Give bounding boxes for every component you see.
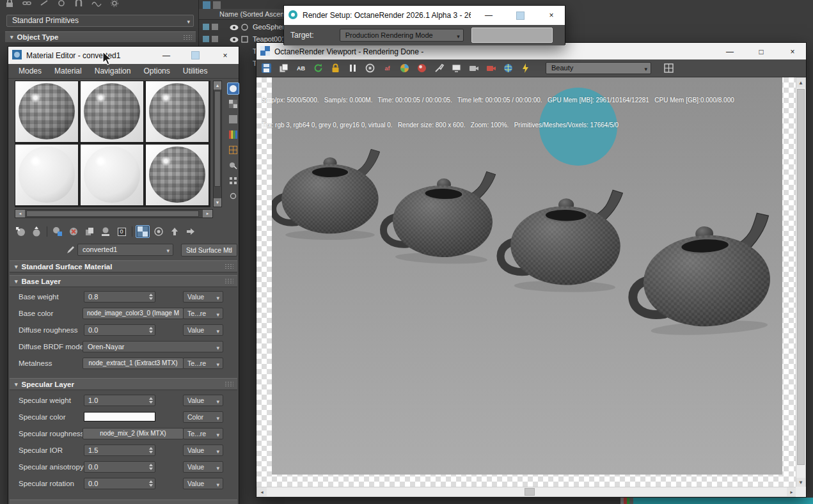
close-button[interactable]: × [779, 43, 806, 60]
magnet-snap-icon[interactable] [74, 0, 83, 9]
priority-icon[interactable] [399, 62, 411, 74]
network-render-icon[interactable] [502, 62, 514, 74]
scroll-left-button[interactable]: ◂ [257, 487, 267, 496]
base-color-texture-button[interactable]: node_image_color3_0 (Image M [83, 308, 184, 319]
clay-mode-icon[interactable] [416, 62, 428, 74]
lock-icon[interactable] [329, 62, 342, 74]
scroll-up-button[interactable]: ▲ [796, 78, 805, 88]
render-setup-titlebar[interactable]: Render Setup: OctaneRender 2026.1 Alpha … [284, 6, 565, 25]
specular-weight-field[interactable]: 1.0 [84, 395, 155, 406]
menu-utilities[interactable]: Utilities [183, 67, 208, 75]
specular-weight-mode-dropdown[interactable]: Value ▾ [183, 395, 223, 406]
diffuse-roughness-field[interactable]: 0.0 [84, 324, 155, 336]
scrollbar-thumb[interactable] [214, 91, 221, 187]
list-item[interactable]: GeoSphere [199, 21, 285, 33]
get-material-icon[interactable] [13, 225, 28, 238]
target-dropdown[interactable]: Production Rendering Mode ▾ [340, 29, 464, 42]
passes-grid-icon[interactable] [663, 62, 675, 74]
link-icon[interactable] [22, 0, 31, 9]
base-color-mode-dropdown[interactable]: Te...re ▾ [183, 308, 223, 319]
save-image-icon[interactable] [260, 62, 272, 74]
specular-ior-field[interactable]: 1.5 [84, 445, 155, 456]
scroll-down-button[interactable]: ▼ [214, 198, 221, 207]
material-slot[interactable] [145, 144, 209, 206]
background-icon[interactable] [227, 98, 239, 110]
base-weight-mode-dropdown[interactable]: Value ▾ [183, 291, 223, 303]
spinner-arrows[interactable] [147, 479, 154, 488]
kernel-icon[interactable] [519, 62, 532, 74]
spinner-arrows[interactable] [147, 462, 154, 471]
minimize-button[interactable]: — [154, 47, 178, 64]
fit-screen-icon[interactable] [450, 62, 462, 74]
primitives-dropdown[interactable]: Standard Primitives ▾ [6, 15, 194, 27]
rollout-specular-layer[interactable]: ▾ Specular Layer [10, 378, 237, 390]
assign-material-icon[interactable] [51, 225, 65, 238]
specular-color-swatch[interactable] [84, 412, 155, 421]
lock-icon[interactable] [5, 0, 14, 9]
diffuse-roughness-mode-dropdown[interactable]: Value ▾ [183, 324, 223, 336]
material-type-button[interactable]: Std Surface Mtl [181, 244, 237, 256]
sample-type-icon[interactable] [227, 83, 239, 95]
camera-icon[interactable] [468, 62, 480, 74]
diffuse-brdf-dropdown[interactable]: Oren-Nayar ▾ [83, 341, 223, 352]
minimize-button[interactable]: — [716, 43, 743, 60]
maximize-button[interactable] [183, 47, 207, 64]
specular-ior-mode-dropdown[interactable]: Value ▾ [183, 445, 223, 456]
gear-icon[interactable] [110, 0, 119, 9]
copy-image-icon[interactable] [278, 62, 290, 74]
unlink-icon[interactable] [40, 0, 49, 9]
put-to-scene-icon[interactable] [29, 225, 43, 238]
specular-anisotropy-field[interactable]: 0.0 [84, 461, 155, 473]
menu-modes[interactable]: Modes [19, 67, 42, 75]
make-unique-icon[interactable] [83, 225, 97, 238]
spinner-arrows[interactable] [147, 292, 154, 301]
material-name-dropdown[interactable]: converted1 ▾ [77, 244, 173, 256]
show-end-result-icon[interactable] [152, 225, 166, 238]
specular-color-mode-dropdown[interactable]: Color ▾ [183, 411, 223, 423]
specular-roughness-mode-dropdown[interactable]: Te...re ▾ [183, 428, 223, 439]
menu-material[interactable]: Material [54, 67, 82, 75]
spinner-arrows[interactable] [147, 446, 154, 455]
video-color-check-icon[interactable] [227, 129, 239, 141]
material-map-navigator-icon[interactable] [227, 175, 239, 187]
camera-lock-icon[interactable] [485, 62, 497, 74]
picker-icon[interactable] [433, 62, 445, 74]
object-type-rollout[interactable]: ▾ Object Type [5, 31, 196, 43]
material-slot[interactable] [80, 144, 144, 206]
octane-viewport-titlebar[interactable]: OctaneRender Viewport - Rendering Done -… [257, 43, 806, 60]
spinner-arrows[interactable] [147, 326, 154, 335]
metalness-mode-dropdown[interactable]: Te...re ▾ [183, 358, 223, 369]
material-editor-titlebar[interactable]: Material Editor - converted1 — × [8, 47, 239, 64]
spinner-arrows[interactable] [147, 396, 154, 405]
minimize-button[interactable]: — [475, 6, 502, 25]
bind-icon[interactable] [57, 0, 66, 9]
scrollbar-thumb[interactable] [525, 488, 535, 496]
options-icon[interactable] [227, 190, 239, 202]
specular-anisotropy-mode-dropdown[interactable]: Value ▾ [183, 461, 223, 473]
go-to-parent-icon[interactable] [168, 225, 182, 238]
material-id-channel-icon[interactable]: 0 [114, 225, 129, 238]
render-viewport[interactable]: Smp/px: 5000/5000. Samp/s: 0.000M. Time:… [257, 77, 797, 488]
select-by-material-icon[interactable] [227, 159, 239, 171]
render-button[interactable] [471, 28, 553, 43]
material-slot[interactable] [15, 81, 79, 143]
go-forward-icon[interactable] [184, 225, 198, 238]
rollout-standard-surface-material[interactable]: ▾ Standard Surface Material [10, 260, 237, 272]
maximize-button[interactable]: □ [748, 43, 775, 60]
scroll-right-button[interactable]: ▸ [787, 487, 796, 496]
uv-tiling-icon[interactable] [227, 144, 239, 156]
material-slot[interactable] [145, 81, 209, 143]
scroll-right-button[interactable]: ▸ [203, 210, 212, 217]
metalness-texture-button[interactable]: node_extract_1 (Extract3 MTX) [83, 358, 184, 369]
pencil-icon[interactable] [66, 245, 75, 256]
ab-compare-icon[interactable]: AB [295, 62, 307, 74]
scrollbar-thumb[interactable] [797, 89, 805, 465]
put-to-library-icon[interactable] [99, 225, 113, 238]
material-slot[interactable] [80, 81, 144, 143]
eye-icon[interactable] [230, 24, 239, 32]
restart-icon[interactable] [364, 62, 376, 74]
base-weight-field[interactable]: 0.8 [84, 291, 155, 303]
rollout-partial[interactable] [10, 500, 237, 504]
name-column-header[interactable]: Name (Sorted Ascend [199, 9, 285, 20]
preview-horizontal-scrollbar[interactable]: ◂ ▸ [15, 209, 213, 218]
